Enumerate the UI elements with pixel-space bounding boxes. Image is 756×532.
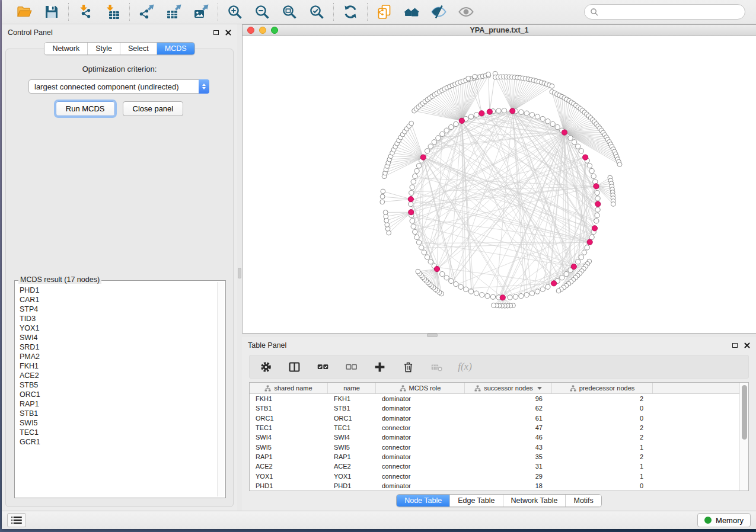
table-row[interactable]: RAP1RAP1dominator352 bbox=[250, 452, 748, 462]
memory-button[interactable]: Memory bbox=[697, 513, 751, 527]
criterion-value: largest connected component (undirected) bbox=[29, 82, 196, 91]
search-box[interactable] bbox=[584, 4, 745, 20]
run-mcds-button[interactable]: Run MCDS bbox=[56, 101, 115, 116]
criterion-dropdown[interactable]: largest connected component (undirected) bbox=[28, 79, 209, 94]
mcds-result-node[interactable]: PHD1 bbox=[15, 286, 216, 295]
settings-button[interactable] bbox=[258, 359, 273, 374]
duplicate-network-icon bbox=[377, 4, 392, 20]
network-canvas[interactable] bbox=[243, 36, 756, 333]
table-row[interactable]: SWI5SWI5connector431 bbox=[250, 442, 748, 451]
refresh-button[interactable] bbox=[340, 2, 361, 21]
export-table-button[interactable] bbox=[164, 2, 184, 21]
delete-table-button bbox=[429, 359, 444, 374]
table-row[interactable]: ORC1ORC1dominator610 bbox=[250, 414, 748, 423]
mcds-result-list[interactable]: PHD1CAR1STP4TID3YOX1SWI4SRD1PMA2FKH1ACE2… bbox=[15, 286, 216, 496]
tab-network[interactable]: Network bbox=[44, 43, 87, 55]
table-cell: STB1 bbox=[250, 405, 328, 412]
close-panel-icon[interactable] bbox=[744, 342, 750, 349]
deselect-all-button[interactable] bbox=[343, 359, 359, 374]
delete-column-button[interactable] bbox=[400, 359, 416, 374]
mcds-result-node[interactable]: STB5 bbox=[15, 380, 216, 390]
mcds-result-node[interactable]: PMA2 bbox=[15, 352, 216, 361]
table-cell: 2 bbox=[552, 424, 653, 431]
open-file-button[interactable] bbox=[14, 2, 34, 21]
zoom-selected-button[interactable] bbox=[307, 2, 327, 21]
mcds-result-node[interactable]: SWI5 bbox=[15, 418, 216, 428]
export-network-button[interactable] bbox=[136, 2, 157, 21]
network-window-titlebar[interactable]: YPA_prune.txt_1 bbox=[243, 25, 756, 36]
mcds-result-node[interactable]: STP4 bbox=[15, 305, 216, 314]
import-network-button[interactable] bbox=[75, 2, 95, 21]
horizontal-splitter[interactable] bbox=[242, 334, 756, 337]
zoom-fit-icon bbox=[282, 4, 297, 20]
table-cell: 61 bbox=[465, 415, 552, 422]
close-panel-button[interactable]: Close panel bbox=[123, 101, 184, 116]
tab-mcds[interactable]: MCDS bbox=[157, 43, 194, 55]
home-button[interactable] bbox=[401, 2, 422, 21]
show-all-button[interactable] bbox=[456, 2, 476, 21]
task-history-button[interactable] bbox=[7, 513, 26, 527]
table-cell: ORC1 bbox=[250, 415, 328, 422]
result-scrollbar[interactable] bbox=[217, 282, 224, 496]
table-row[interactable]: SWI4SWI4dominator462 bbox=[250, 432, 748, 442]
table-cell: 35 bbox=[465, 453, 552, 460]
table-cell: dominator bbox=[376, 405, 465, 412]
search-input[interactable] bbox=[602, 8, 739, 16]
mcds-result-node[interactable]: ACE2 bbox=[15, 371, 216, 380]
column-header-successor-nodes[interactable]: successor nodes bbox=[465, 383, 552, 393]
zoom-out-button[interactable] bbox=[252, 2, 272, 21]
zoom-fit-button[interactable] bbox=[279, 2, 299, 21]
tab-network-table[interactable]: Network Table bbox=[503, 495, 566, 507]
table-cell: SWI4 bbox=[250, 434, 328, 441]
tab-edge-table[interactable]: Edge Table bbox=[449, 495, 502, 507]
mcds-result-node[interactable]: SRD1 bbox=[15, 342, 216, 352]
float-panel-icon[interactable] bbox=[732, 343, 738, 348]
tab-motifs[interactable]: Motifs bbox=[565, 495, 601, 507]
mcds-result-node[interactable]: YOX1 bbox=[15, 323, 216, 333]
table-row[interactable]: PHD1PHD1dominator180 bbox=[250, 481, 748, 491]
table-row[interactable]: STB1STB1dominator620 bbox=[250, 403, 748, 413]
mcds-result-node[interactable]: ORC1 bbox=[15, 390, 216, 399]
tab-node-table[interactable]: Node Table bbox=[397, 495, 449, 507]
mcds-result-node[interactable]: CAR1 bbox=[15, 295, 216, 305]
mcds-result-title: MCDS result (17 nodes) bbox=[18, 275, 101, 284]
select-all-button[interactable] bbox=[315, 359, 330, 374]
column-header-predecessor-nodes[interactable]: predecessor nodes bbox=[552, 383, 653, 393]
duplicate-network-button[interactable] bbox=[374, 2, 394, 21]
splitter-handle[interactable] bbox=[238, 268, 241, 278]
tab-style[interactable]: Style bbox=[87, 43, 120, 55]
table-row[interactable]: TEC1TEC1connector472 bbox=[250, 423, 748, 432]
export-image-button[interactable] bbox=[191, 2, 211, 21]
column-header-shared-name[interactable]: shared name bbox=[250, 383, 328, 393]
table-scrollbar[interactable] bbox=[739, 383, 748, 491]
export-table-icon bbox=[166, 4, 181, 20]
table-cell: PHD1 bbox=[250, 482, 328, 489]
mcds-tab-content: Optimization criterion: largest connecte… bbox=[5, 49, 234, 507]
float-panel-icon[interactable] bbox=[213, 30, 219, 35]
mcds-result-node[interactable]: GCR1 bbox=[15, 437, 216, 447]
vertical-splitter[interactable] bbox=[237, 24, 242, 511]
table-row[interactable]: FKH1FKH1dominator962 bbox=[250, 394, 748, 403]
split-panel-button[interactable] bbox=[286, 359, 302, 374]
table-row[interactable]: ACE2ACE2connector311 bbox=[250, 462, 748, 471]
scrollbar-thumb[interactable] bbox=[742, 385, 747, 440]
import-table-button[interactable] bbox=[103, 2, 123, 21]
column-header-name[interactable]: name bbox=[328, 383, 376, 393]
add-column-button[interactable] bbox=[372, 359, 387, 374]
mcds-result-node[interactable]: STB1 bbox=[15, 409, 216, 418]
save-session-button[interactable] bbox=[42, 2, 62, 21]
tab-select[interactable]: Select bbox=[120, 43, 157, 55]
hide-selected-button[interactable] bbox=[429, 2, 449, 21]
table-row[interactable]: YOX1YOX1connector291 bbox=[250, 471, 748, 480]
close-panel-icon[interactable] bbox=[225, 30, 231, 36]
mcds-result-node[interactable]: SWI4 bbox=[15, 333, 216, 342]
mcds-result-node[interactable]: FKH1 bbox=[15, 361, 216, 371]
table-cell: YOX1 bbox=[250, 473, 328, 480]
mcds-result-node[interactable]: RAP1 bbox=[15, 399, 216, 409]
mcds-result-node[interactable]: TID3 bbox=[15, 314, 216, 323]
column-header-MCDS-role[interactable]: MCDS role bbox=[376, 383, 465, 393]
mcds-result-node[interactable]: TEC1 bbox=[15, 428, 216, 437]
network-graph[interactable] bbox=[243, 36, 756, 333]
zoom-in-button[interactable] bbox=[225, 2, 245, 21]
splitter-handle[interactable] bbox=[427, 334, 438, 337]
